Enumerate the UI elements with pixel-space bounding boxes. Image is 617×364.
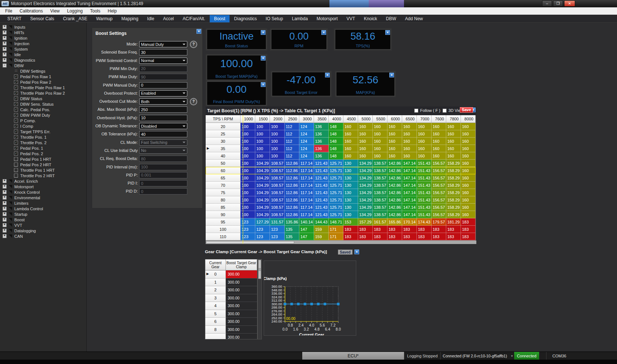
- table-cell[interactable]: 112: [285, 130, 299, 138]
- table-cell[interactable]: 134.29: [358, 182, 373, 189]
- table-cell[interactable]: 138.57: [373, 189, 387, 196]
- clamp-value-cell[interactable]: 300.00: [226, 302, 257, 310]
- tab-crank-ase[interactable]: Crank _ASE: [59, 15, 92, 22]
- table-cell[interactable]: 134.29: [358, 211, 373, 218]
- table-cell[interactable]: 127.29: [255, 218, 270, 226]
- table-cell[interactable]: 104.29: [255, 174, 270, 182]
- table-cell[interactable]: 136: [314, 138, 329, 145]
- table-cell[interactable]: 147.14: [402, 196, 417, 204]
- table-cell[interactable]: 160: [461, 130, 476, 138]
- tree-expander-icon[interactable]: +: [3, 185, 7, 189]
- pwm-solenoid-control-select[interactable]: Normal: [139, 58, 187, 64]
- table-cell[interactable]: 124: [299, 123, 314, 130]
- clamp-value-cell[interactable]: 300.00: [226, 294, 257, 302]
- table-cell[interactable]: 104.29: [255, 160, 270, 167]
- table-cell[interactable]: 147: [299, 226, 314, 233]
- tree-expander-icon[interactable]: +: [3, 41, 7, 46]
- table-cell[interactable]: 121.43: [314, 167, 329, 174]
- table-cell[interactable]: 183: [373, 226, 387, 233]
- table-cell[interactable]: 142.86: [387, 182, 402, 189]
- table-cell[interactable]: 160: [417, 123, 432, 130]
- table-cell[interactable]: 157.29: [358, 218, 373, 226]
- table-cell[interactable]: 160: [387, 152, 402, 160]
- tree-item-throttle-plate-pos-raw-2[interactable]: ✓Throttle Plate Pos Raw 2: [0, 90, 86, 96]
- maximize-button[interactable]: ❐: [553, 0, 563, 7]
- gear-row[interactable]: 300.00: [205, 334, 257, 339]
- table-cell[interactable]: 112: [285, 138, 299, 145]
- table-cell[interactable]: 158.29: [446, 189, 461, 196]
- table-cell[interactable]: 125.71: [329, 167, 343, 174]
- table-cell[interactable]: 144.43: [314, 218, 329, 226]
- help-icon[interactable]: ?: [190, 98, 197, 105]
- tree-item-system[interactable]: +System: [0, 46, 86, 52]
- table-cell[interactable]: 160: [417, 152, 432, 160]
- table-cell[interactable]: 100: [270, 138, 285, 145]
- tree-item-idle[interactable]: +Idle: [0, 52, 86, 57]
- tree-expander-icon[interactable]: +: [3, 223, 7, 227]
- table-cell[interactable]: 160: [432, 138, 446, 145]
- tree-item-can[interactable]: +CAN: [0, 233, 86, 239]
- table-cell[interactable]: 100: [241, 196, 255, 204]
- overboost-protect-select[interactable]: Enabled: [139, 90, 187, 97]
- tree-item-knock-control[interactable]: +Knock Control: [0, 189, 86, 195]
- tree-item-p-comp[interactable]: ✓P Comp.: [0, 118, 86, 123]
- table-cell[interactable]: 142.86: [387, 174, 402, 182]
- tree-item-startup[interactable]: +Startup: [0, 211, 86, 217]
- close-icon[interactable]: ×: [261, 82, 266, 87]
- tab-boost[interactable]: Boost: [210, 15, 230, 22]
- table-cell[interactable]: 183: [343, 226, 358, 233]
- tab-diagnostics[interactable]: Diagnostics: [230, 15, 261, 22]
- table-cell[interactable]: 112.86: [285, 196, 299, 204]
- table-cell[interactable]: 130: [343, 189, 358, 196]
- table-cell[interactable]: 151.43: [417, 160, 432, 167]
- table-cell[interactable]: 136: [314, 123, 329, 130]
- table-cell[interactable]: 160: [402, 138, 417, 145]
- table-cell[interactable]: 160: [461, 211, 476, 218]
- tab-accel[interactable]: Accel: [159, 15, 178, 22]
- close-icon[interactable]: ×: [196, 29, 201, 34]
- table-cell[interactable]: 112.86: [285, 211, 299, 218]
- tree-item-environmental[interactable]: +Environmental: [0, 195, 86, 200]
- table-cell[interactable]: 158.29: [446, 196, 461, 204]
- table-cell[interactable]: 138.57: [373, 211, 387, 218]
- table-cell[interactable]: 100: [270, 152, 285, 160]
- tree-item-throttle-pos-2-hrt[interactable]: Throttle Pos 2 HRT: [0, 173, 86, 178]
- table-cell[interactable]: 125.71: [329, 211, 343, 218]
- table-cell[interactable]: 160: [461, 189, 476, 196]
- minimize-button[interactable]: –: [542, 0, 552, 7]
- table-cell[interactable]: 124: [299, 152, 314, 160]
- table-cell[interactable]: 160: [417, 138, 432, 145]
- checkbox-icon[interactable]: [414, 109, 418, 113]
- save-button[interactable]: Save: [460, 107, 473, 113]
- table-cell[interactable]: 134.29: [358, 204, 373, 211]
- table-cell[interactable]: 134.29: [358, 174, 373, 182]
- table-cell[interactable]: 108.57: [270, 167, 285, 174]
- tab-motorsport[interactable]: Motorsport: [312, 15, 342, 22]
- table-cell[interactable]: 112.86: [285, 174, 299, 182]
- tree-item-limiters[interactable]: +Limiters: [0, 200, 86, 206]
- table-cell[interactable]: 160: [343, 152, 358, 160]
- table-cell[interactable]: 125.71: [329, 196, 343, 204]
- table-cell[interactable]: 147.14: [402, 211, 417, 218]
- table-cell[interactable]: 160: [461, 174, 476, 182]
- close-icon[interactable]: ×: [385, 30, 390, 35]
- table-cell[interactable]: 181.29: [446, 218, 461, 226]
- close-icon[interactable]: ×: [354, 250, 359, 254]
- table-cell[interactable]: 183: [402, 233, 417, 240]
- table-cell[interactable]: 147: [299, 233, 314, 240]
- table-cell[interactable]: 117.14: [299, 174, 314, 182]
- table-cell[interactable]: 112.86: [285, 204, 299, 211]
- table-cell[interactable]: 160: [373, 138, 387, 145]
- table-cell[interactable]: 125.71: [329, 160, 343, 167]
- table-cell[interactable]: 183: [343, 233, 358, 240]
- tree-item-throttle-pos-2[interactable]: ✓Throttle Pos. 2: [0, 140, 86, 145]
- clamp-value-cell[interactable]: 300.00: [226, 334, 257, 339]
- table-cell[interactable]: 117.14: [299, 167, 314, 174]
- table-cell[interactable]: 142.86: [387, 211, 402, 218]
- clamp-value-cell[interactable]: 300.00: [226, 318, 257, 326]
- horizontal-scrollbar[interactable]: [206, 240, 476, 244]
- close-icon[interactable]: ×: [261, 30, 266, 35]
- table-cell[interactable]: 142.86: [387, 167, 402, 174]
- table-cell[interactable]: 124: [299, 130, 314, 138]
- table-cell[interactable]: 161.57: [373, 218, 387, 226]
